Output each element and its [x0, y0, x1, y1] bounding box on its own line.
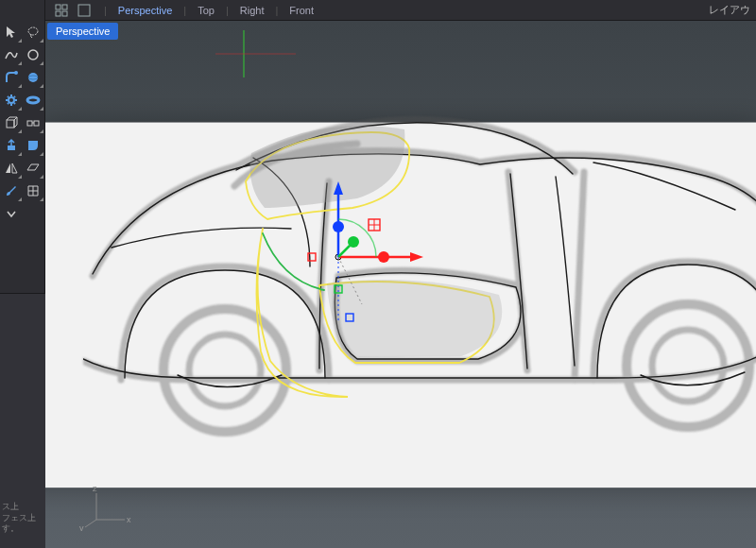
svg-rect-35 [308, 253, 316, 261]
status-hint: ス上 フェス上 す。 [2, 502, 36, 535]
svg-point-7 [14, 71, 18, 75]
tab-right[interactable]: Right [240, 5, 265, 16]
tab-front[interactable]: Front [289, 5, 314, 16]
svg-point-27 [333, 221, 344, 232]
gumball-manipulator[interactable] [272, 163, 461, 351]
svg-point-32 [348, 236, 359, 248]
plane-tool[interactable] [23, 157, 45, 180]
lasso-tool[interactable] [23, 21, 45, 43]
fillet-tool[interactable] [0, 66, 23, 89]
grid-tool[interactable] [23, 180, 45, 202]
svg-rect-14 [27, 121, 32, 126]
active-viewport-badge[interactable]: Perspective [47, 23, 118, 40]
tool-palette [0, 0, 45, 548]
sweep-tool[interactable] [23, 134, 45, 157]
svg-line-31 [338, 246, 350, 257]
extrude-tool[interactable] [0, 134, 23, 157]
svg-marker-26 [334, 181, 343, 195]
svg-line-34 [338, 257, 362, 304]
single-view-icon[interactable] [74, 2, 94, 19]
svg-text:x: x [127, 515, 131, 524]
svg-point-6 [28, 50, 38, 60]
svg-rect-3 [62, 11, 67, 16]
tab-top[interactable]: Top [198, 5, 215, 16]
layout-label: レイアウ [709, 3, 750, 17]
svg-line-43 [85, 520, 96, 527]
svg-rect-15 [34, 121, 39, 126]
svg-point-30 [378, 251, 389, 263]
svg-point-8 [28, 73, 38, 82]
svg-rect-13 [7, 120, 14, 128]
torus-tool[interactable] [23, 89, 45, 111]
arrow-tool[interactable] [0, 21, 23, 43]
empty-slot [23, 202, 45, 225]
curve-tool[interactable] [0, 43, 23, 66]
grid-toggle-icon[interactable] [51, 2, 72, 19]
box-tool[interactable] [0, 111, 23, 134]
svg-point-5 [28, 27, 38, 35]
world-axes-icon: z x y [79, 484, 136, 531]
svg-rect-1 [62, 5, 67, 9]
brush-tool[interactable] [0, 180, 23, 202]
gear-tool[interactable] [0, 89, 23, 111]
dropdown-tool[interactable] [0, 202, 23, 225]
sphere-tool[interactable] [23, 66, 45, 89]
svg-text:z: z [93, 484, 97, 493]
join-tool[interactable] [23, 111, 45, 134]
svg-text:y: y [79, 523, 84, 531]
svg-rect-2 [56, 11, 60, 16]
svg-marker-29 [410, 252, 423, 262]
svg-point-11 [9, 98, 13, 102]
viewport-tabs-bar: | Perspective | Top | Right | Front レイアウ [45, 0, 756, 21]
svg-rect-4 [78, 5, 90, 16]
mirror-tool[interactable] [0, 157, 23, 180]
separator: | [104, 5, 107, 16]
perspective-viewport[interactable]: z x y [45, 21, 756, 548]
cplane-axes [187, 21, 301, 96]
svg-rect-17 [8, 146, 15, 150]
svg-rect-0 [56, 5, 60, 9]
svg-rect-37 [346, 314, 353, 321]
tab-perspective[interactable]: Perspective [118, 5, 172, 16]
circle-tool[interactable] [23, 43, 45, 66]
svg-point-12 [27, 97, 39, 103]
